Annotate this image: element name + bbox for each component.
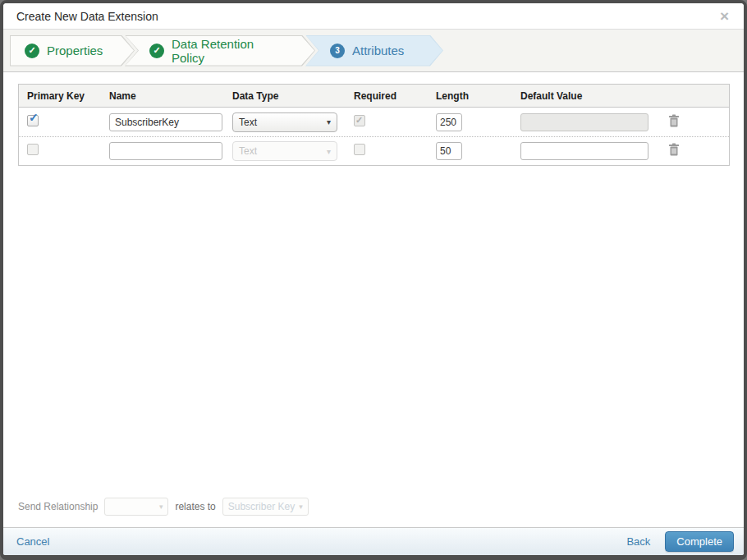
create-data-extension-modal: Create New Data Extension × ✓ Properties…: [0, 0, 747, 560]
modal-body: Primary Key Name Data Type Required Leng…: [3, 72, 744, 527]
data-type-select[interactable]: Text ▾: [232, 112, 337, 132]
name-input[interactable]: [109, 142, 222, 160]
default-value-input: [520, 113, 648, 131]
step-label: Data Retention Policy: [172, 37, 287, 65]
chevron-down-icon: ▾: [327, 147, 331, 156]
delete-row-button[interactable]: [668, 114, 680, 127]
relates-to-target-select: Subscriber Key ▾: [222, 498, 309, 516]
wizard-step-attributes[interactable]: 3 Attributes: [305, 35, 443, 67]
chevron-down-icon: ▾: [159, 503, 163, 511]
name-input[interactable]: [109, 113, 222, 131]
step-number-badge: 3: [330, 44, 345, 58]
step-label: Properties: [47, 44, 103, 57]
header-data-type: Data Type: [224, 90, 346, 102]
checkmark-icon: ✓: [29, 112, 39, 123]
length-input[interactable]: [436, 142, 462, 160]
header-primary-key: Primary Key: [19, 90, 101, 102]
data-type-value: Text: [239, 145, 257, 157]
length-input[interactable]: [436, 113, 462, 131]
header-name: Name: [101, 90, 224, 102]
modal-footer: Cancel Back Complete: [3, 527, 744, 555]
trash-icon: [668, 143, 680, 156]
cancel-link[interactable]: Cancel: [16, 535, 49, 548]
modal-title: Create New Data Extension: [16, 10, 158, 23]
primary-key-checkbox[interactable]: ✓: [27, 115, 39, 126]
send-relationship-row: Send Relationship ▾ relates to Subscribe…: [3, 498, 744, 527]
data-type-value: Text: [239, 117, 257, 128]
table-header-row: Primary Key Name Data Type Required Leng…: [19, 85, 729, 108]
required-checkbox[interactable]: [354, 144, 365, 155]
default-value-input[interactable]: [520, 142, 648, 160]
close-icon[interactable]: ×: [717, 7, 732, 25]
wizard-steps: ✓ Properties ✓ Data Retention Policy 3 A…: [3, 30, 744, 72]
step-complete-check-icon: ✓: [149, 44, 164, 58]
wizard-step-properties[interactable]: ✓ Properties: [10, 35, 135, 67]
send-relationship-field-select: ▾: [104, 498, 168, 516]
attributes-table: Primary Key Name Data Type Required Leng…: [18, 84, 730, 166]
table-row: Text ▾: [19, 136, 729, 165]
relates-to-target-value: Subscriber Key: [228, 501, 295, 512]
wizard-step-data-retention-policy[interactable]: ✓ Data Retention Policy: [125, 35, 315, 67]
back-link[interactable]: Back: [626, 535, 650, 548]
table-row: ✓ Text ▾ ✓: [19, 108, 729, 136]
required-checkbox: ✓: [354, 115, 365, 126]
step-complete-check-icon: ✓: [25, 44, 39, 58]
header-default-value: Default Value: [512, 90, 650, 102]
modal-titlebar: Create New Data Extension ×: [3, 3, 744, 30]
send-relationship-label: Send Relationship: [18, 501, 98, 512]
delete-row-button[interactable]: [668, 143, 680, 156]
complete-button[interactable]: Complete: [665, 531, 734, 552]
header-required: Required: [346, 90, 428, 102]
step-label: Attributes: [352, 44, 404, 57]
trash-icon: [668, 114, 680, 127]
checkmark-icon: ✓: [355, 116, 363, 125]
chevron-down-icon: ▾: [299, 503, 303, 511]
data-type-select: Text ▾: [232, 141, 337, 161]
header-length: Length: [428, 90, 512, 102]
primary-key-checkbox[interactable]: [27, 144, 39, 155]
body-spacer: [3, 166, 744, 498]
relates-to-label: relates to: [175, 501, 215, 512]
chevron-down-icon: ▾: [327, 117, 331, 126]
